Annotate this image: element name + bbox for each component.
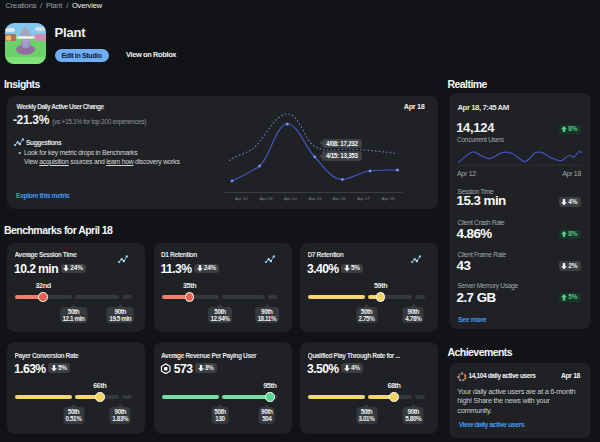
svg-text:Apr 18: Apr 18 xyxy=(382,196,395,201)
svg-text:Apr 15: Apr 15 xyxy=(309,196,322,201)
svg-text:Apr 12: Apr 12 xyxy=(235,196,248,201)
svg-text:Apr 14: Apr 14 xyxy=(284,196,297,201)
svg-text:Apr 17: Apr 17 xyxy=(357,196,370,201)
svg-text:Apr 13: Apr 13 xyxy=(260,196,273,201)
svg-text:Apr 16: Apr 16 xyxy=(333,196,346,201)
